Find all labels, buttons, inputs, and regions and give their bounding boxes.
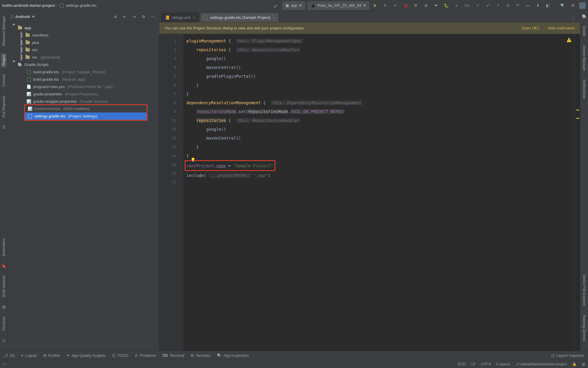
indent-settings[interactable]: 4 spaces <box>496 362 510 366</box>
attach-debugger-button[interactable]: 🐛 <box>442 2 450 9</box>
running-devices-tab[interactable]: Running Devices <box>581 313 587 343</box>
tool-windows-toggle-icon[interactable]: ▭ <box>3 362 6 366</box>
fold-gutter[interactable] <box>179 34 183 351</box>
banner-open-link[interactable]: Open (⌘;) <box>522 26 539 30</box>
tree-node-java[interactable]: java <box>8 39 159 46</box>
project-tree[interactable]: app manifests java res res (gene <box>8 22 159 351</box>
stop-button[interactable]: ■ <box>453 2 460 9</box>
ide-settings-button[interactable]: ⚙ <box>569 2 577 9</box>
search-everywhere-button[interactable]: 🔍 <box>559 2 567 9</box>
git-update-button[interactable]: ✔ <box>474 2 482 9</box>
rollback-icon[interactable]: ↶ <box>514 2 522 9</box>
chevron-down-icon[interactable] <box>32 16 35 18</box>
editor-tab-settings-gradle[interactable]: settings.gradle.kts (Sample Project) × <box>200 13 279 22</box>
collapse-all-icon[interactable]: ⇤ <box>121 13 128 21</box>
run-config-selector[interactable]: ▣ app <box>282 1 305 10</box>
settings-icon[interactable]: ⚙ <box>140 13 147 21</box>
line-number-gutter[interactable]: 1234567891011121314151617 <box>159 34 179 351</box>
tree-node-res[interactable]: res <box>8 46 159 54</box>
git-tool-tab[interactable]: ⎇Git <box>4 353 15 358</box>
app-quality-tab[interactable]: ✦App Quality Insights <box>66 353 106 358</box>
warning-indicator-icon[interactable]: ⚠️ <box>567 35 572 44</box>
layout-inspector-tab[interactable]: ◫Layout Inspector <box>551 353 584 358</box>
profiler-tab[interactable]: ◔Profiler <box>43 353 60 358</box>
apply-code-changes-button[interactable]: ≡ <box>392 2 399 9</box>
structure-tab[interactable]: Structure <box>1 315 7 333</box>
build-hammer-icon[interactable] <box>272 2 280 9</box>
apply-changes-button[interactable]: ↻ <box>382 2 389 9</box>
app-inspection-tab[interactable]: 🔍App Inspection <box>217 353 249 358</box>
history-icon[interactable]: ◷ <box>504 2 512 9</box>
todo-tab[interactable]: ☑TODO <box>112 353 128 358</box>
tree-node-manifests[interactable]: manifests <box>8 32 159 39</box>
bookmarks-tab[interactable]: Bookmarks <box>1 237 7 258</box>
project-tool-tab[interactable]: Project <box>1 53 7 67</box>
tree-node-res-generated[interactable]: res (generated) <box>8 54 159 61</box>
file-encoding[interactable]: UTF-8 <box>481 362 491 366</box>
tree-node-build-module[interactable]: build.gradle.kts (Module :app) <box>8 76 159 83</box>
logcat-tab[interactable]: ≡Logcat <box>21 353 37 358</box>
git-push-button[interactable]: ↗ <box>494 2 502 9</box>
notifications-tab[interactable]: Notifications <box>581 78 587 100</box>
gradle-tool-tab[interactable]: Gradle <box>581 24 587 38</box>
layout-inspector-icon: ◫ <box>551 353 554 358</box>
editor-tabs-more-icon[interactable]: ⋮ <box>567 16 580 22</box>
expand-toggle[interactable] <box>20 33 23 37</box>
device-selector[interactable]: 📱 Pixel_3a_API_33_x86_64 <box>308 1 369 10</box>
git-branch-widget[interactable]: ⎇ tutorial/basics/rename-project <box>515 362 567 366</box>
breadcrumb[interactable]: kotlin-android-starter-project › setting… <box>2 3 96 8</box>
problems-tab[interactable]: ⊘Problems <box>135 353 156 358</box>
tree-node-gradle-scripts[interactable]: 🐘 Gradle Scripts <box>8 61 159 68</box>
sdk-manager-icon[interactable]: ⬇ <box>534 2 542 9</box>
breadcrumb-project[interactable]: kotlin-android-starter-project <box>2 3 55 8</box>
intention-bulb-icon[interactable]: 💡 <box>191 155 196 164</box>
device-file-explorer-tab[interactable]: Device File Explorer <box>581 273 587 308</box>
breadcrumb-file[interactable]: settings.gradle.kts <box>66 3 96 8</box>
line-separator[interactable]: LF <box>471 362 475 366</box>
play-icon <box>374 4 377 7</box>
bookmark-icon[interactable]: 🔖 <box>1 263 6 268</box>
project-view-mode[interactable]: Android <box>15 14 30 19</box>
commit-tool-tab[interactable]: Commit <box>1 73 7 88</box>
editor-tab-strings[interactable]: 📙 strings.xml × <box>161 13 199 22</box>
services-tab[interactable]: ⚙Services <box>191 353 211 358</box>
select-opened-file-icon[interactable]: ⊕ <box>111 13 119 21</box>
resource-manager-icon[interactable]: ◧ <box>544 2 552 9</box>
hide-panel-icon[interactable]: — <box>149 13 157 21</box>
banner-hide-link[interactable]: Hide notification <box>548 26 575 30</box>
git-commit-button[interactable]: ✔ <box>484 2 492 9</box>
structure-icon[interactable]: ☷ <box>1 338 6 343</box>
close-tab-icon[interactable]: × <box>273 15 275 20</box>
gradle-icon[interactable]: 🐘 <box>582 14 587 19</box>
tree-node-build-project[interactable]: build.gradle.kts (Project: Sample_Projec… <box>8 68 159 76</box>
avd-manager-icon[interactable]: ▭ <box>524 2 532 9</box>
close-tab-icon[interactable]: × <box>193 15 195 20</box>
editor-tab-bar: 📙 strings.xml × settings.gradle.kts (Sam… <box>159 11 580 22</box>
tree-node-gradle-properties[interactable]: 📊 gradle.properties (Project Properties) <box>8 90 159 98</box>
memory-indicator-icon[interactable]: ▥ <box>582 362 585 366</box>
terminal-tab[interactable]: ⌨Terminal <box>162 353 184 358</box>
code-editor[interactable]: 1234567891011121314151617 ⚠️ pluginManag… <box>159 34 580 351</box>
coverage-button[interactable]: ⛨ <box>412 2 420 9</box>
profile-button[interactable]: ◔ <box>422 2 430 9</box>
expand-toggle[interactable] <box>12 26 16 30</box>
build-variants-icon[interactable]: ▤ <box>1 304 6 309</box>
tree-node-app[interactable]: app <box>8 24 159 32</box>
account-avatar[interactable] <box>579 2 586 9</box>
tree-node-local-properties[interactable]: 📊 local.properties (SDK Location) <box>25 105 147 112</box>
readonly-toggle-icon[interactable]: 🔒 <box>572 362 577 366</box>
device-manager-tab[interactable]: Device Manager <box>581 43 587 72</box>
pull-requests-tab[interactable]: Pull Requests <box>1 94 7 119</box>
expand-all-icon[interactable]: ⇥ <box>130 13 138 21</box>
favorites-icon[interactable]: ⇅ <box>1 125 6 130</box>
resource-manager-tab[interactable]: Resource Manager <box>1 14 7 48</box>
build-variants-tab[interactable]: Build Variants <box>1 274 7 299</box>
run-button[interactable] <box>372 2 379 9</box>
tree-node-proguard[interactable]: 📄 proguard-rules.pro (ProGuard Rules for… <box>8 83 159 90</box>
caret-position[interactable]: 15:32 <box>457 362 466 366</box>
tree-node-settings-gradle[interactable]: settings.gradle.kts (Project Settings) <box>25 112 147 120</box>
error-stripe[interactable] <box>574 34 580 351</box>
more-run-button[interactable] <box>432 2 440 9</box>
app-quality-icon: ✦ <box>66 353 70 358</box>
debug-button[interactable]: 🐞 <box>402 2 410 9</box>
